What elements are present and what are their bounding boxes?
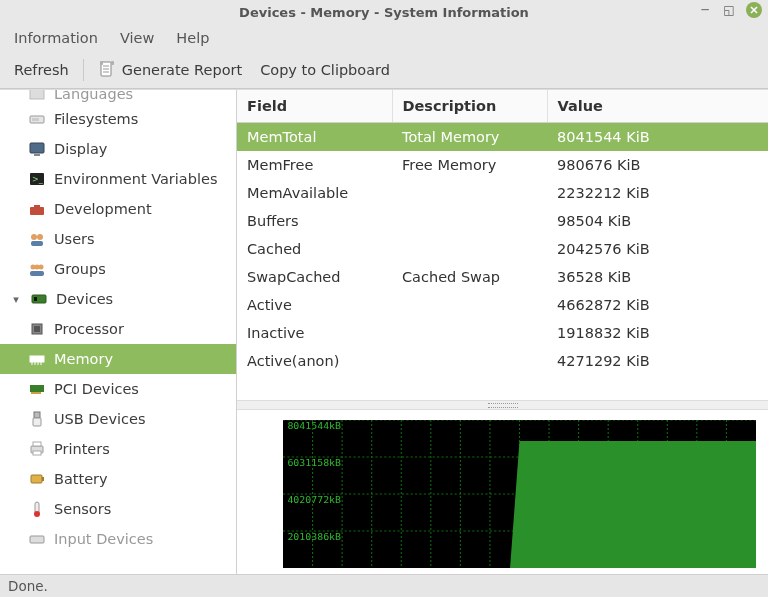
svg-rect-4 xyxy=(111,61,114,65)
sidebar-item-input-devices[interactable]: Input Devices xyxy=(0,524,236,554)
svg-text:6031158kB: 6031158kB xyxy=(287,457,341,467)
svg-rect-12 xyxy=(34,154,40,156)
menu-view[interactable]: View xyxy=(116,27,158,49)
main-panel: LanguagesFilesystemsDisplay>_Environment… xyxy=(0,89,768,574)
table-row[interactable]: MemTotalTotal Memory8041544 KiB xyxy=(237,123,768,152)
cell-description xyxy=(392,319,547,347)
copy-clipboard-button[interactable]: Copy to Clipboard xyxy=(256,60,394,80)
menu-help[interactable]: Help xyxy=(172,27,213,49)
printer-icon xyxy=(28,440,46,458)
table-row[interactable]: MemFreeFree Memory980676 KiB xyxy=(237,151,768,179)
generate-report-button[interactable]: Generate Report xyxy=(94,59,246,81)
statusbar: Done. xyxy=(0,574,768,597)
sidebar-item-label: Users xyxy=(54,231,95,247)
minimize-button[interactable]: ─ xyxy=(698,3,712,17)
svg-point-17 xyxy=(31,234,37,240)
svg-rect-8 xyxy=(30,90,44,99)
pane-splitter[interactable] xyxy=(237,400,768,410)
input-icon xyxy=(28,530,46,548)
status-text: Done. xyxy=(8,578,48,594)
sidebar-item-label: Environment Variables xyxy=(54,171,217,187)
table-row[interactable]: Buffers98504 KiB xyxy=(237,207,768,235)
column-header-description[interactable]: Description xyxy=(392,90,547,123)
cell-field: MemAvailable xyxy=(237,179,392,207)
treeview[interactable]: LanguagesFilesystemsDisplay>_Environment… xyxy=(0,90,236,574)
table-row[interactable]: Cached2042576 KiB xyxy=(237,235,768,263)
cell-field: SwapCached xyxy=(237,263,392,291)
sidebar-item-printers[interactable]: Printers xyxy=(0,434,236,464)
groups-icon xyxy=(28,260,46,278)
svg-point-43 xyxy=(34,511,40,517)
sidebar-item-filesystems[interactable]: Filesystems xyxy=(0,104,236,134)
svg-rect-36 xyxy=(33,418,41,426)
cell-field: Active(anon) xyxy=(237,347,392,375)
sidebar-item-development[interactable]: Development xyxy=(0,194,236,224)
close-button[interactable] xyxy=(746,2,762,18)
cell-description: Free Memory xyxy=(392,151,547,179)
cell-field: Inactive xyxy=(237,319,392,347)
svg-rect-3 xyxy=(100,61,103,65)
sidebar-item-label: Printers xyxy=(54,441,110,457)
table-row[interactable]: SwapCachedCached Swap36528 KiB xyxy=(237,263,768,291)
cell-description: Cached Swap xyxy=(392,263,547,291)
sidebar-item-label: PCI Devices xyxy=(54,381,139,397)
table-row[interactable]: Active(anon)4271292 KiB xyxy=(237,347,768,375)
sidebar-item-battery[interactable]: Battery xyxy=(0,464,236,494)
column-header-value[interactable]: Value xyxy=(547,90,768,123)
sidebar-item-sensors[interactable]: Sensors xyxy=(0,494,236,524)
sidebar-item-label: Input Devices xyxy=(54,531,153,547)
table-row[interactable]: MemAvailable2232212 KiB xyxy=(237,179,768,207)
svg-rect-15 xyxy=(30,207,44,215)
cell-value: 4662872 KiB xyxy=(547,291,768,319)
terminal-icon: >_ xyxy=(28,170,46,188)
table-row[interactable]: Active4662872 KiB xyxy=(237,291,768,319)
titlebar: Devices - Memory - System Information ─ … xyxy=(0,0,768,24)
cell-field: MemFree xyxy=(237,151,392,179)
sidebar-item-label: Sensors xyxy=(54,501,111,517)
menu-information[interactable]: Information xyxy=(10,27,102,49)
sidebar-item-users[interactable]: Users xyxy=(0,224,236,254)
column-header-field[interactable]: Field xyxy=(237,90,392,123)
sidebar-item-groups[interactable]: Groups xyxy=(0,254,236,284)
cell-description xyxy=(392,207,547,235)
cell-field: MemTotal xyxy=(237,123,392,152)
sidebar-item-processor[interactable]: Processor xyxy=(0,314,236,344)
toolbar-separator xyxy=(83,59,84,81)
sidebar-item-pci-devices[interactable]: PCI Devices xyxy=(0,374,236,404)
svg-point-18 xyxy=(37,234,43,240)
sidebar-item-devices[interactable]: ▾Devices xyxy=(0,284,236,314)
cell-description xyxy=(392,235,547,263)
table-scroll[interactable]: Field Description Value MemTotalTotal Me… xyxy=(237,90,768,400)
svg-rect-34 xyxy=(31,392,41,394)
sidebar-item-memory[interactable]: Memory xyxy=(0,344,236,374)
cpu-icon xyxy=(28,320,46,338)
svg-text:4020772kB: 4020772kB xyxy=(287,494,341,504)
sensor-icon xyxy=(28,500,46,518)
cell-field: Buffers xyxy=(237,207,392,235)
refresh-button[interactable]: Refresh xyxy=(10,60,73,80)
svg-rect-33 xyxy=(30,385,44,392)
svg-rect-41 xyxy=(42,477,44,481)
sidebar-item-label: Battery xyxy=(54,471,108,487)
sidebar-item-languages[interactable]: Languages xyxy=(0,90,236,104)
cell-value: 2042576 KiB xyxy=(547,235,768,263)
content-panel: Field Description Value MemTotalTotal Me… xyxy=(237,90,768,574)
sidebar-item-label: Languages xyxy=(54,90,133,102)
devices-icon xyxy=(30,290,48,308)
sidebar-item-label: Groups xyxy=(54,261,106,277)
users-icon xyxy=(28,230,46,248)
sidebar-item-display[interactable]: Display xyxy=(0,134,236,164)
toolbox-icon xyxy=(28,200,46,218)
table-row[interactable]: Inactive1918832 KiB xyxy=(237,319,768,347)
memory-table: Field Description Value MemTotalTotal Me… xyxy=(237,90,768,375)
sidebar-item-usb-devices[interactable]: USB Devices xyxy=(0,404,236,434)
maximize-button[interactable]: ◱ xyxy=(722,3,736,17)
svg-rect-44 xyxy=(30,536,44,543)
svg-text:8041544kB: 8041544kB xyxy=(287,420,341,430)
menubar: Information View Help xyxy=(0,24,768,52)
expander-icon[interactable]: ▾ xyxy=(10,293,22,306)
svg-rect-27 xyxy=(34,326,40,332)
sidebar-item-environment-variables[interactable]: >_Environment Variables xyxy=(0,164,236,194)
svg-rect-25 xyxy=(34,297,37,301)
sidebar-item-label: USB Devices xyxy=(54,411,146,427)
